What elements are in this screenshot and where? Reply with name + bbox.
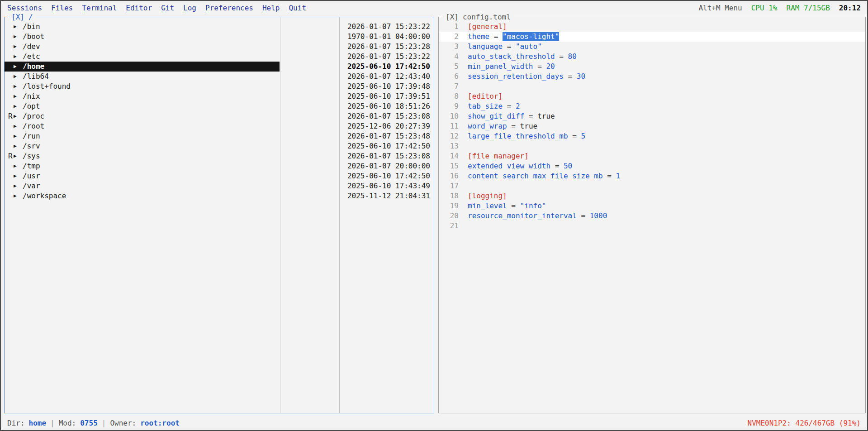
- editor-line[interactable]: 3language = "auto": [439, 42, 865, 52]
- editor-line[interactable]: 21: [439, 221, 865, 231]
- file-row[interactable]: ▶/usr2025-06-10 17:42:50: [5, 171, 434, 181]
- code-token: =: [507, 122, 520, 130]
- line-number: 14: [444, 151, 459, 161]
- editor-line[interactable]: 19min_level = "info": [439, 201, 865, 211]
- file-name-cell: ▶/workspace: [5, 191, 280, 201]
- expand-arrow-icon[interactable]: ▶: [14, 52, 20, 62]
- code-token: =: [533, 62, 546, 71]
- editor-line[interactable]: 6session_retention_days = 30: [439, 72, 865, 81]
- file-row[interactable]: ▶/var2025-06-10 17:43:49: [5, 181, 434, 191]
- row-flag: R: [8, 111, 14, 121]
- file-name: /root: [23, 121, 44, 131]
- editor-line[interactable]: 12large_file_threshold_mb = 5: [439, 131, 865, 141]
- editor-line[interactable]: 13: [439, 141, 865, 151]
- editor-content[interactable]: 1[general]2theme = "macos-light"3languag…: [439, 17, 865, 231]
- file-size-cell: [280, 151, 339, 161]
- expand-arrow-icon[interactable]: ▶: [14, 91, 20, 101]
- code-token: =: [550, 162, 564, 170]
- code-token: true: [537, 112, 555, 120]
- file-size-cell: [280, 131, 339, 141]
- line-number: 13: [444, 141, 459, 151]
- file-size-cell: [280, 91, 339, 101]
- menu-item-sessions[interactable]: Sessions: [7, 4, 42, 12]
- file-row[interactable]: ▶/run2026-01-07 15:23:48: [5, 131, 434, 141]
- editor-line[interactable]: 11word_wrap = true: [439, 121, 865, 131]
- editor-line[interactable]: 14[file_manager]: [439, 151, 865, 161]
- file-name: /workspace: [23, 191, 66, 201]
- expand-arrow-icon[interactable]: ▶: [14, 101, 20, 111]
- file-row[interactable]: R▶/proc2026-01-07 15:23:08: [5, 111, 434, 121]
- editor-line[interactable]: 8[editor]: [439, 91, 865, 101]
- expand-arrow-icon[interactable]: ▶: [14, 121, 20, 131]
- file-row[interactable]: ▶/workspace2025-11-12 21:04:31: [5, 191, 434, 201]
- expand-arrow-icon[interactable]: ▶: [14, 22, 20, 32]
- code-token: 80: [568, 52, 577, 61]
- expand-arrow-icon[interactable]: ▶: [14, 161, 20, 171]
- file-row[interactable]: ▶/etc2026-01-07 15:23:22: [5, 52, 434, 62]
- file-size-cell: [280, 62, 339, 72]
- column-divider: [339, 17, 340, 413]
- editor-line[interactable]: 4auto_stack_threshold = 80: [439, 52, 865, 62]
- editor-line[interactable]: 1[general]: [439, 22, 865, 32]
- editor-line[interactable]: 15extended_view_width = 50: [439, 161, 865, 171]
- file-name: /tmp: [23, 161, 40, 171]
- line-number: 3: [444, 42, 459, 52]
- expand-arrow-icon[interactable]: ▶: [14, 111, 20, 121]
- editor-line[interactable]: 20resource_monitor_interval = 1000: [439, 211, 865, 221]
- line-number: 12: [444, 131, 459, 141]
- editor-line[interactable]: 17: [439, 181, 865, 191]
- file-row[interactable]: ▶/lost+found2025-06-10 17:39:48: [5, 81, 434, 91]
- editor-line[interactable]: 5min_panel_width = 20: [439, 62, 865, 72]
- code-token: resource_monitor_interval: [468, 211, 577, 220]
- expand-arrow-icon[interactable]: ▶: [14, 72, 20, 81]
- file-row[interactable]: ▶/opt2025-06-10 18:51:26: [5, 101, 434, 111]
- file-panel-title: [X] /: [8, 12, 36, 22]
- expand-arrow-icon[interactable]: ▶: [14, 32, 20, 42]
- editor-file-name: config.toml: [463, 12, 511, 22]
- expand-arrow-icon[interactable]: ▶: [14, 62, 20, 72]
- panel-close-button[interactable]: [X]: [446, 12, 459, 22]
- menu-item-log[interactable]: Log: [183, 4, 196, 12]
- editor-line[interactable]: 7: [439, 81, 865, 91]
- file-row[interactable]: ▶/root2025-12-06 20:27:39: [5, 121, 434, 131]
- file-row[interactable]: ▶/bin2026-01-07 15:23:22: [5, 22, 434, 32]
- menu-item-preferences[interactable]: Preferences: [205, 4, 253, 12]
- expand-arrow-icon[interactable]: ▶: [14, 42, 20, 52]
- file-row[interactable]: ▶/tmp2026-01-07 20:00:00: [5, 161, 434, 171]
- file-row[interactable]: ▶/nix2025-06-10 17:39:51: [5, 91, 434, 101]
- file-name: /proc: [23, 111, 44, 121]
- expand-arrow-icon[interactable]: ▶: [14, 81, 20, 91]
- menu-item-quit[interactable]: Quit: [289, 4, 306, 12]
- menu-item-git[interactable]: Git: [161, 4, 174, 12]
- menu-item-files[interactable]: Files: [51, 4, 73, 12]
- file-name-cell: ▶/bin: [5, 22, 280, 32]
- editor-line[interactable]: 18[logging]: [439, 191, 865, 201]
- expand-arrow-icon[interactable]: ▶: [14, 151, 20, 161]
- expand-arrow-icon[interactable]: ▶: [14, 131, 20, 141]
- expand-arrow-icon[interactable]: ▶: [14, 171, 20, 181]
- file-name-cell: ▶/usr: [5, 171, 280, 181]
- expand-arrow-icon[interactable]: ▶: [14, 181, 20, 191]
- file-row[interactable]: ▶/srv2025-06-10 17:42:50: [5, 141, 434, 151]
- expand-arrow-icon[interactable]: ▶: [14, 191, 20, 201]
- panel-close-button[interactable]: [X]: [11, 12, 24, 22]
- file-row[interactable]: ▶/home2025-06-10 17:42:50: [5, 62, 434, 72]
- editor-line[interactable]: 9tab_size = 2: [439, 101, 865, 111]
- row-flag: [8, 101, 14, 111]
- editor-line[interactable]: 16content_search_max_file_size_mb = 1: [439, 171, 865, 181]
- file-row[interactable]: ▶/lib642026-01-07 12:43:40: [5, 72, 434, 81]
- file-row[interactable]: ▶/boot1970-01-01 04:00:00: [5, 32, 434, 42]
- file-size-cell: [280, 121, 339, 131]
- menu-item-terminal[interactable]: Terminal: [82, 4, 117, 12]
- file-mtime: 2026-01-07 12:43:40: [339, 72, 434, 81]
- file-name-cell: ▶/home: [5, 62, 280, 72]
- file-name: /etc: [23, 52, 40, 62]
- file-row[interactable]: R▶/sys2026-01-07 15:23:08: [5, 151, 434, 161]
- menu-item-editor[interactable]: Editor: [126, 4, 152, 12]
- editor-line[interactable]: 10show_git_diff = true: [439, 111, 865, 121]
- file-row[interactable]: ▶/dev2026-01-07 15:23:28: [5, 42, 434, 52]
- expand-arrow-icon[interactable]: ▶: [14, 141, 20, 151]
- file-size-cell: [280, 42, 339, 52]
- editor-line[interactable]: 2theme = "macos-light": [439, 32, 865, 42]
- menu-item-help[interactable]: Help: [262, 4, 280, 12]
